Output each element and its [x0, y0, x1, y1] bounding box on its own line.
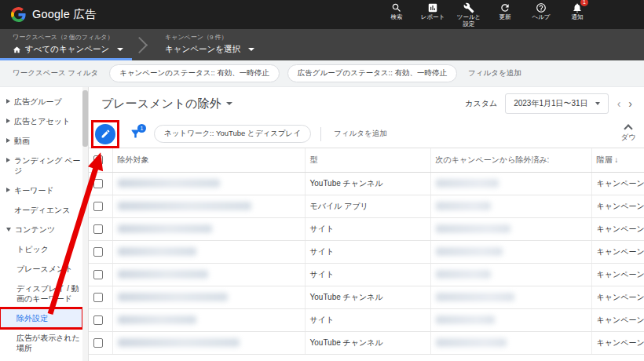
- add-filter-link[interactable]: フィルタを追加: [468, 68, 521, 78]
- action-label: レポート: [418, 14, 448, 21]
- col-header-type[interactable]: 型: [305, 148, 430, 172]
- action-label: ツールと設定: [454, 14, 484, 27]
- excluded-target-blur: [118, 179, 220, 188]
- row-checkbox[interactable]: [93, 247, 103, 257]
- sidebar-item-content[interactable]: コンテンツ: [0, 220, 82, 239]
- pencil-icon: [101, 129, 111, 139]
- context-nav-bar: ワークスペース（2 個のフィルタ） すべてのキャンペーン キャンペーン（9 件）…: [0, 29, 644, 60]
- sidebar-item-label: ランディング ページ: [14, 155, 81, 176]
- campaign-blur: [436, 315, 495, 324]
- refresh-action[interactable]: 更新: [488, 2, 521, 21]
- campaign-blur: [436, 247, 503, 256]
- campaign-status-filter-chip[interactable]: キャンペーンのステータス:: 有効、一時停止: [109, 64, 280, 82]
- app-title: Google 広告: [32, 7, 97, 22]
- row-checkbox[interactable]: [93, 179, 103, 188]
- col-header-excluded-from[interactable]: 次のキャンペーンから除外済み:: [430, 148, 591, 172]
- campaign-blur: [436, 202, 491, 210]
- network-filter-chip[interactable]: ネットワーク:: YouTube とディスプレイ: [154, 125, 311, 143]
- date-range-picker[interactable]: 2023年1月1日〜31日: [505, 93, 609, 114]
- campaign-blur: [436, 270, 491, 279]
- filter-bar-label: ワークスペース フィルタ: [13, 68, 98, 78]
- sidebar-item-landing-pages[interactable]: ランディング ページ: [0, 151, 82, 180]
- notification-badge: 1: [580, 0, 588, 6]
- sidebar-subitem-display-video-keywords[interactable]: ディスプレイ / 動画のキーワード: [0, 279, 82, 308]
- top-bar: Google 広告 検索 レポート ツールと設定 更新 ヘルプ: [0, 0, 644, 29]
- col-header-level[interactable]: 階層 ↓: [591, 148, 644, 172]
- search-action[interactable]: 検索: [380, 2, 413, 21]
- excluded-target-blur: [118, 270, 208, 279]
- sidebar-item-label: 広告グループ: [14, 97, 62, 107]
- prev-date-button[interactable]: ‹: [615, 98, 624, 109]
- row-checkbox[interactable]: [93, 338, 103, 348]
- sidebar-subitem-where-ads-showed[interactable]: 広告が表示された場所: [0, 328, 82, 358]
- sidebar-item-label: コンテンツ: [15, 224, 55, 235]
- row-level: キャンペーン: [591, 217, 644, 240]
- sidebar-item-videos[interactable]: 動画: [0, 131, 82, 151]
- row-checkbox[interactable]: [93, 315, 103, 325]
- sidebar-item-label: 動画: [14, 136, 30, 146]
- chevron-down-icon: [595, 102, 600, 105]
- edit-button[interactable]: [95, 124, 115, 144]
- table-row: YouTube チャンネル キャンペーン: [89, 286, 644, 308]
- sidebar-scrollbar-thumb[interactable]: [82, 90, 88, 147]
- adgroup-status-filter-chip[interactable]: 広告グループのステータス:: 有効、一時停止: [287, 64, 457, 82]
- home-icon: [13, 46, 21, 54]
- row-type: サイト: [305, 263, 430, 286]
- row-level: キャンペーン: [591, 240, 644, 263]
- sidebar-subitem-topics[interactable]: トピック: [0, 239, 82, 259]
- row-type: モバイル アプリ: [305, 195, 430, 217]
- action-label: ヘルプ: [526, 14, 556, 21]
- sidebar-subitem-exclusions[interactable]: 除外設定: [0, 308, 82, 328]
- campaign-selector[interactable]: キャンペーン（9 件） キャンペーンを選択: [152, 29, 262, 60]
- sidebar-item-ads-assets[interactable]: 広告とアセット: [0, 111, 82, 131]
- row-level: キャンペーン: [591, 263, 644, 286]
- row-type: サイト: [305, 308, 430, 331]
- report-icon: [427, 2, 438, 13]
- sidebar: 広告グループ 広告とアセット 動画 ランディング ページ キーワード オーディエ…: [0, 87, 89, 361]
- next-date-button[interactable]: ›: [626, 98, 635, 109]
- date-range-value: 2023年1月1日〜31日: [514, 98, 588, 109]
- workspace-eyebrow: ワークスペース（2 個のフィルタ）: [13, 33, 124, 42]
- row-checkbox[interactable]: [93, 270, 103, 279]
- chevron-right-icon: [6, 138, 10, 143]
- sidebar-item-label: キーワード: [14, 185, 54, 195]
- row-checkbox[interactable]: [93, 224, 103, 234]
- sidebar-item-keywords[interactable]: キーワード: [0, 180, 82, 200]
- table-row: モバイル アプリ キャンペーン: [89, 195, 644, 217]
- sidebar-item-audiences[interactable]: オーディエンス: [0, 200, 82, 220]
- level-header-label: 階層: [597, 155, 613, 164]
- collapse-chevron-up-icon[interactable]: [624, 124, 633, 133]
- reports-action[interactable]: レポート: [416, 2, 449, 21]
- page-title[interactable]: プレースメントの除外: [101, 97, 221, 111]
- edit-annotation-box: [91, 120, 119, 148]
- help-action[interactable]: ヘルプ: [525, 2, 558, 21]
- row-level: キャンペーン: [591, 308, 644, 331]
- chevron-down-icon: [6, 228, 11, 232]
- action-label: 検索: [382, 14, 412, 21]
- table-toolbar: 1 ネットワーク:: YouTube とディスプレイ フィルタを追加 ダウ: [89, 120, 644, 148]
- excluded-target-blur: [118, 293, 228, 301]
- select-all-checkbox[interactable]: [93, 155, 103, 165]
- table-row: YouTube チャンネル キャンペーン: [89, 172, 644, 195]
- tools-settings-action[interactable]: ツールと設定: [452, 2, 485, 27]
- add-table-filter-link[interactable]: フィルタを追加: [334, 129, 387, 139]
- campaign-label: キャンペーンを選択: [165, 44, 240, 55]
- table-row: サイト キャンペーン: [89, 263, 644, 286]
- sidebar-item-ad-groups[interactable]: 広告グループ: [0, 92, 82, 111]
- title-chevron-down-icon[interactable]: [226, 102, 232, 105]
- table-row: サイト キャンペーン: [89, 217, 644, 240]
- sidebar-subitem-placements[interactable]: プレースメント: [0, 259, 82, 279]
- wrench-icon: [463, 2, 474, 13]
- refresh-icon: [499, 2, 510, 13]
- row-checkbox[interactable]: [93, 293, 103, 302]
- row-checkbox[interactable]: [93, 202, 103, 211]
- active-filters-button[interactable]: 1: [130, 128, 141, 140]
- col-header-excluded-target[interactable]: 除外対象: [112, 148, 305, 172]
- download-label[interactable]: ダウ: [621, 133, 636, 143]
- chevron-right-icon: [6, 158, 10, 162]
- workspace-selector[interactable]: ワークスペース（2 個のフィルタ） すべてのキャンペーン: [0, 29, 132, 60]
- toolbar-divider: [320, 127, 321, 141]
- notifications-action[interactable]: 通知 1: [561, 2, 594, 21]
- google-ads-logo[interactable]: Google 広告: [11, 7, 97, 22]
- toolbar-right-controls: ダウ: [621, 126, 636, 143]
